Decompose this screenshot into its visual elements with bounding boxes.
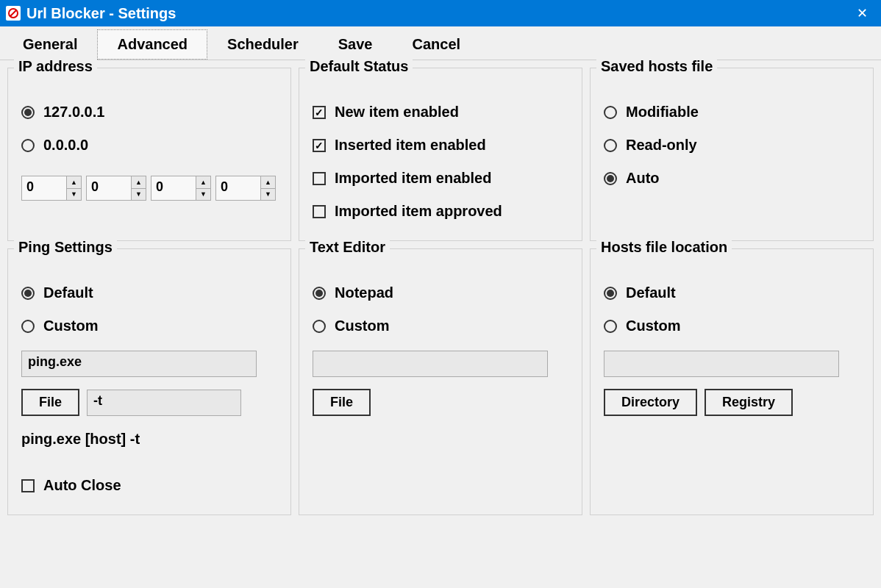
window-title: Url Blocker - Settings — [26, 5, 849, 22]
radio-icon — [604, 139, 617, 152]
ping-args-field[interactable]: -t — [87, 390, 241, 416]
radio-label: Custom — [43, 318, 98, 334]
check-label: Imported item approved — [335, 203, 502, 220]
radio-icon — [604, 320, 617, 333]
group-title-ping: Ping Settings — [14, 239, 117, 256]
radio-icon — [21, 106, 35, 119]
spinner-up-icon[interactable]: ▲ — [196, 176, 210, 189]
checkbox-icon — [313, 205, 326, 218]
spinner-value[interactable]: 0 — [87, 176, 131, 200]
ping-command-field[interactable]: ping.exe — [21, 351, 257, 377]
group-default-status: Default Status New item enabled Inserted… — [299, 68, 582, 241]
hosts-registry-button[interactable]: Registry — [705, 389, 793, 416]
spinner-down-icon[interactable]: ▼ — [132, 189, 146, 201]
check-imported-approved[interactable]: Imported item approved — [313, 203, 568, 220]
radio-label: 0.0.0.0 — [43, 137, 88, 154]
radio-icon — [313, 320, 326, 333]
spinner-value[interactable]: 0 — [151, 176, 196, 200]
spinner-up-icon[interactable]: ▲ — [132, 176, 146, 189]
radio-label: Modifiable — [626, 104, 699, 121]
check-new-item[interactable]: New item enabled — [313, 104, 568, 121]
check-label: New item enabled — [335, 104, 459, 121]
check-label: Auto Close — [43, 477, 121, 494]
check-inserted-item[interactable]: Inserted item enabled — [313, 137, 568, 154]
ip-octet-2[interactable]: 0 ▲▼ — [151, 176, 211, 201]
checkbox-icon — [21, 479, 35, 492]
radio-hosts-custom[interactable]: Custom — [604, 318, 860, 334]
svg-line-1 — [10, 10, 16, 16]
radio-ping-default[interactable]: Default — [21, 284, 277, 301]
radio-editor-custom[interactable]: Custom — [313, 318, 568, 334]
radio-modifiable[interactable]: Modifiable — [604, 104, 860, 121]
group-text-editor: Text Editor Notepad Custom File — [299, 248, 582, 515]
spinner-down-icon[interactable]: ▼ — [261, 189, 275, 201]
ping-file-button[interactable]: File — [21, 389, 79, 416]
tab-advanced[interactable]: Advanced — [97, 29, 207, 60]
checkbox-icon — [313, 172, 326, 185]
radio-readonly[interactable]: Read-only — [604, 137, 860, 154]
spinner-up-icon[interactable]: ▲ — [261, 176, 275, 189]
checkbox-icon — [313, 139, 326, 152]
radio-ping-custom[interactable]: Custom — [21, 318, 277, 334]
group-hosts-location: Hosts file location Default Custom Direc… — [590, 248, 874, 515]
tab-scheduler[interactable]: Scheduler — [207, 29, 318, 60]
tab-cancel[interactable]: Cancel — [393, 29, 481, 60]
checkbox-icon — [313, 106, 326, 119]
editor-file-button[interactable]: File — [313, 389, 371, 416]
tab-save[interactable]: Save — [318, 29, 393, 60]
group-saved-hosts: Saved hosts file Modifiable Read-only Au… — [590, 68, 874, 241]
spinner-down-icon[interactable]: ▼ — [67, 189, 81, 201]
radio-label: Default — [43, 284, 93, 301]
radio-icon — [604, 287, 617, 300]
tab-general[interactable]: General — [3, 29, 97, 60]
ip-octet-0[interactable]: 0 ▲▼ — [21, 176, 82, 201]
radio-icon — [313, 287, 326, 300]
check-label: Imported item enabled — [335, 170, 491, 187]
close-icon[interactable]: ✕ — [849, 2, 875, 24]
radio-auto[interactable]: Auto — [604, 170, 860, 187]
radio-ip-local[interactable]: 127.0.0.1 — [21, 104, 277, 121]
radio-icon — [604, 106, 617, 119]
radio-icon — [604, 172, 617, 185]
tab-bar: General Advanced Scheduler Save Cancel — [0, 26, 881, 60]
check-auto-close[interactable]: Auto Close — [21, 477, 277, 494]
radio-label: 127.0.0.1 — [43, 104, 104, 121]
radio-label: Custom — [626, 318, 680, 334]
radio-icon — [21, 320, 35, 333]
radio-icon — [21, 139, 35, 152]
radio-label: Notepad — [335, 284, 393, 301]
hosts-directory-button[interactable]: Directory — [604, 389, 697, 416]
check-label: Inserted item enabled — [335, 137, 486, 154]
radio-label: Default — [626, 284, 676, 301]
ip-octet-3[interactable]: 0 ▲▼ — [215, 176, 276, 201]
group-title-editor: Text Editor — [305, 239, 390, 256]
group-title-saved-hosts: Saved hosts file — [596, 58, 717, 75]
content-area: IP address 127.0.0.1 0.0.0.0 0 ▲▼ 0 ▲▼ 0… — [0, 60, 881, 523]
titlebar: Url Blocker - Settings ✕ — [0, 0, 881, 26]
group-title-hosts-loc: Hosts file location — [596, 239, 732, 256]
ip-octet-row: 0 ▲▼ 0 ▲▼ 0 ▲▼ 0 ▲▼ — [21, 176, 277, 201]
spinner-down-icon[interactable]: ▼ — [196, 189, 210, 201]
radio-editor-notepad[interactable]: Notepad — [313, 284, 568, 301]
spinner-value[interactable]: 0 — [22, 176, 66, 200]
group-ip-address: IP address 127.0.0.1 0.0.0.0 0 ▲▼ 0 ▲▼ 0… — [7, 68, 291, 241]
radio-label: Custom — [335, 318, 389, 334]
group-ping-settings: Ping Settings Default Custom ping.exe Fi… — [7, 248, 291, 515]
group-title-ip: IP address — [14, 58, 97, 75]
radio-hosts-default[interactable]: Default — [604, 284, 860, 301]
ip-octet-1[interactable]: 0 ▲▼ — [86, 176, 146, 201]
spinner-up-icon[interactable]: ▲ — [67, 176, 81, 189]
editor-path-field[interactable] — [313, 351, 548, 377]
ping-preview-text: ping.exe [host] -t — [21, 431, 277, 448]
group-title-status: Default Status — [305, 58, 413, 75]
hosts-path-field[interactable] — [604, 351, 839, 377]
radio-ip-zero[interactable]: 0.0.0.0 — [21, 137, 277, 154]
radio-label: Auto — [626, 170, 660, 187]
app-icon — [6, 6, 21, 21]
radio-label: Read-only — [626, 137, 697, 154]
spinner-value[interactable]: 0 — [216, 176, 260, 200]
check-imported-enabled[interactable]: Imported item enabled — [313, 170, 568, 187]
radio-icon — [21, 287, 35, 300]
